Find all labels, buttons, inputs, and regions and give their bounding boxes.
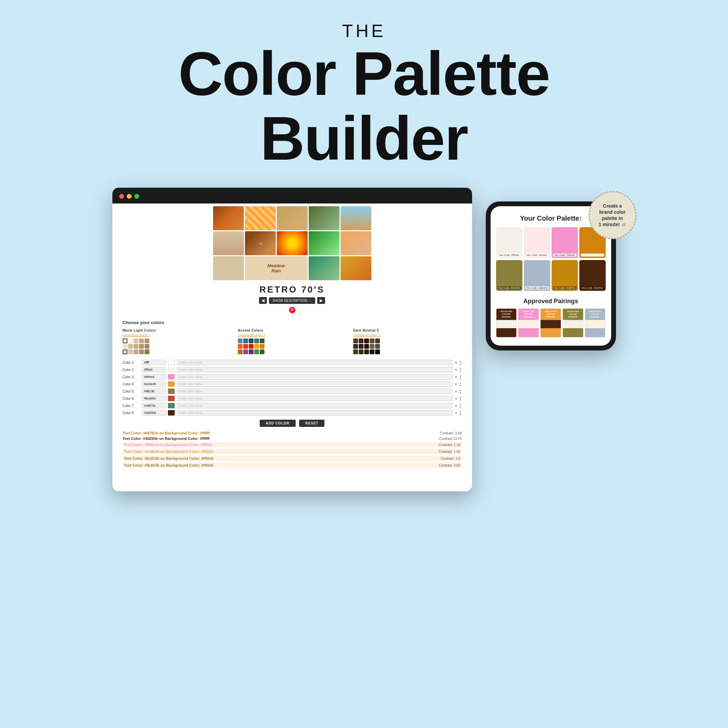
swatch-w3[interactable] bbox=[134, 349, 138, 354]
swatch-d12[interactable] bbox=[359, 349, 364, 354]
cr-name-2[interactable]: Enter color name bbox=[177, 367, 453, 372]
pinterest-icon[interactable]: P bbox=[112, 307, 472, 315]
cr-arrows-4: ▲ ▼ bbox=[459, 382, 462, 387]
pairing-card-5[interactable]: SELECTEDCOLORPAIRING bbox=[585, 308, 606, 338]
swatch-d5[interactable] bbox=[375, 338, 380, 343]
swatch-a7[interactable] bbox=[243, 344, 248, 349]
cr-down-4[interactable]: ▼ bbox=[459, 384, 462, 387]
swatch-a12[interactable] bbox=[243, 349, 248, 354]
swatch-a6[interactable] bbox=[238, 344, 243, 349]
cr-name-4[interactable]: Enter color name bbox=[177, 381, 453, 387]
swatch-d7[interactable] bbox=[359, 344, 364, 349]
cr-x-4[interactable]: ✕ bbox=[454, 382, 457, 386]
cr-down-6[interactable]: ▼ bbox=[459, 399, 462, 401]
cr-x-8[interactable]: ✕ bbox=[454, 411, 457, 415]
swatch-a10[interactable] bbox=[260, 344, 265, 349]
swatch-tan2[interactable] bbox=[139, 338, 144, 343]
cr-name-8[interactable]: Enter color name bbox=[177, 410, 453, 416]
add-color-btn[interactable]: ADD COLOR bbox=[260, 420, 296, 427]
pairing-header-2: SELECTEDCOLORPAIRING bbox=[518, 309, 538, 320]
cr-name-3[interactable]: Enter color name bbox=[177, 374, 453, 379]
cr-up-3[interactable]: ▲ bbox=[459, 375, 462, 377]
swatch-d2[interactable] bbox=[359, 338, 364, 343]
pairing-card-4[interactable]: SELECTEDCOLORPAIRING bbox=[563, 308, 583, 338]
cr-down-5[interactable]: ▼ bbox=[459, 392, 462, 394]
swatch-w2[interactable] bbox=[128, 349, 133, 354]
cr-up-6[interactable]: ▲ bbox=[459, 396, 462, 398]
cr-up-4[interactable]: ▲ bbox=[459, 382, 462, 384]
cr-hex-1[interactable]: #ffff bbox=[142, 360, 166, 365]
swatch-linen[interactable] bbox=[122, 344, 127, 349]
prev-arrow[interactable]: ◀ bbox=[259, 297, 267, 304]
cr-x-1[interactable]: ✕ bbox=[454, 361, 457, 364]
pairing-card-1[interactable]: SELECTEDCOLORPAIRING bbox=[496, 308, 517, 338]
cr-name-5[interactable]: Enter color name bbox=[177, 388, 453, 394]
cr-x-3[interactable]: ✕ bbox=[454, 375, 457, 379]
cr-x-7[interactable]: ✕ bbox=[454, 404, 457, 408]
swatch-a1[interactable] bbox=[238, 338, 243, 343]
cr-hex-8[interactable]: #4d250e bbox=[142, 410, 166, 416]
reset-btn[interactable]: RESET bbox=[299, 420, 324, 427]
swatch-d9[interactable] bbox=[370, 344, 375, 349]
mb-cell-5 bbox=[341, 206, 372, 230]
cr-down-8[interactable]: ▼ bbox=[459, 413, 462, 416]
swatch-d8[interactable] bbox=[364, 344, 369, 349]
next-arrow[interactable]: ▶ bbox=[317, 297, 325, 304]
pairing-card-3[interactable]: SELECTEDCOLORPAIRING bbox=[540, 308, 561, 338]
swatch-d14[interactable] bbox=[370, 349, 375, 354]
swatch-khaki[interactable] bbox=[145, 344, 149, 349]
swatch-a11[interactable] bbox=[238, 349, 243, 354]
swatch-d10[interactable] bbox=[375, 344, 380, 349]
cr-hex-6[interactable]: #bc4d42 bbox=[142, 396, 166, 401]
cr-hex-3[interactable]: #6b4cd bbox=[142, 374, 166, 379]
cr-down-3[interactable]: ▼ bbox=[459, 377, 462, 379]
swatch-w1[interactable] bbox=[122, 349, 127, 354]
swatch-a5[interactable] bbox=[260, 338, 265, 343]
swatch-cream[interactable] bbox=[128, 338, 133, 343]
swatch-beige[interactable] bbox=[122, 338, 127, 343]
cr-name-7[interactable]: Enter color name bbox=[177, 403, 453, 408]
cr-x-6[interactable]: ✕ bbox=[454, 397, 457, 401]
swatch-tan3[interactable] bbox=[145, 338, 149, 343]
cr-swatch-3 bbox=[168, 374, 175, 379]
swatch-d15[interactable] bbox=[375, 349, 380, 354]
cr-down-1[interactable]: ▼ bbox=[459, 363, 462, 365]
cr-x-5[interactable]: ✕ bbox=[454, 390, 457, 393]
swatch-sand[interactable] bbox=[134, 344, 138, 349]
swatch-d6[interactable] bbox=[353, 344, 358, 349]
cr-up-7[interactable]: ▲ bbox=[459, 403, 462, 405]
show-description-btn[interactable]: SHOW DESCRIPTION → bbox=[269, 297, 315, 304]
swatch-a3[interactable] bbox=[249, 338, 254, 343]
cr-hex-7[interactable]: #4d876c bbox=[142, 403, 166, 408]
swatch-a14[interactable] bbox=[254, 349, 259, 354]
cr-hex-4[interactable]: #ec9e39 bbox=[142, 381, 166, 387]
swatch-camel[interactable] bbox=[139, 344, 144, 349]
cr-up-5[interactable]: ▲ bbox=[459, 389, 462, 391]
swatch-a15[interactable] bbox=[260, 349, 265, 354]
pairing-card-2[interactable]: SELECTEDCOLORPAIRING bbox=[518, 308, 539, 338]
swatch-wheat[interactable] bbox=[128, 344, 133, 349]
swatch-d13[interactable] bbox=[364, 349, 369, 354]
swatch-d4[interactable] bbox=[370, 338, 375, 343]
cr-hex-2[interactable]: #ff2e5 bbox=[142, 367, 166, 372]
cr-hex-5[interactable]: #d813b bbox=[142, 388, 166, 394]
swatch-a9[interactable] bbox=[254, 344, 259, 349]
cr-down-7[interactable]: ▼ bbox=[459, 406, 462, 408]
swatch-d3[interactable] bbox=[364, 338, 369, 343]
cr-up-8[interactable]: ▲ bbox=[459, 410, 462, 413]
cr-down-2[interactable]: ▼ bbox=[459, 370, 462, 372]
cr-up-2[interactable]: ▲ bbox=[459, 367, 462, 370]
swatch-a13[interactable] bbox=[249, 349, 254, 354]
swatch-a8[interactable] bbox=[249, 344, 254, 349]
swatch-a4[interactable] bbox=[254, 338, 259, 343]
cr-name-6[interactable]: Enter color name bbox=[177, 396, 453, 401]
cr-name-1[interactable]: Enter color name bbox=[177, 360, 453, 365]
cr-up-1[interactable]: ▲ bbox=[459, 360, 462, 362]
swatch-a2[interactable] bbox=[243, 338, 248, 343]
swatch-tan1[interactable] bbox=[134, 338, 138, 343]
swatch-w4[interactable] bbox=[139, 349, 144, 354]
cr-x-2[interactable]: ✕ bbox=[454, 368, 457, 372]
swatch-w5[interactable] bbox=[145, 349, 149, 354]
swatch-d1[interactable] bbox=[353, 338, 358, 343]
swatch-d11[interactable] bbox=[353, 349, 358, 354]
